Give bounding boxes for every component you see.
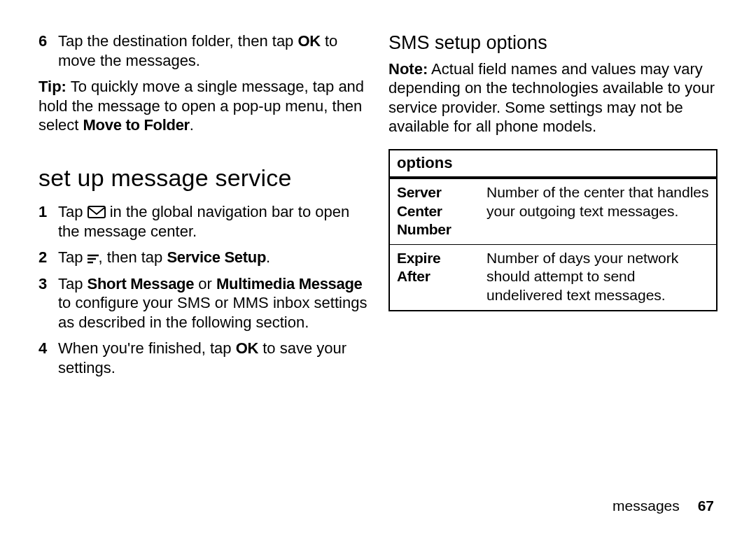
step-3: 3 Tap Short Message or Multimedia Messag… bbox=[38, 274, 368, 332]
option-name: Expire After bbox=[389, 245, 479, 311]
note-paragraph: Note: Actual field names and values may … bbox=[388, 59, 718, 136]
move-to-folder-label: Move to Folder bbox=[83, 116, 190, 134]
svg-rect-0 bbox=[88, 206, 105, 218]
text: When you're finished, tap bbox=[58, 339, 236, 357]
service-setup-label: Service Setup bbox=[167, 248, 266, 266]
note-label: Note: bbox=[388, 60, 428, 78]
page-number: 67 bbox=[698, 498, 714, 514]
table-header: options bbox=[389, 150, 717, 178]
text: Tap bbox=[58, 248, 88, 266]
table-row: Server Center Number Number of the cente… bbox=[389, 178, 717, 244]
text: Tap the destination folder, then tap bbox=[58, 32, 298, 50]
ok-label: OK bbox=[236, 339, 258, 357]
step-2: 2 Tap , then tap Service Setup. bbox=[38, 248, 368, 267]
multimedia-message-label: Multimedia Message bbox=[216, 275, 363, 292]
envelope-icon bbox=[88, 206, 106, 218]
step-1: 1 Tap in the global navigation bar to op… bbox=[38, 202, 368, 241]
left-column: 6 Tap the destination folder, then tap O… bbox=[38, 31, 368, 536]
step-number: 6 bbox=[38, 31, 58, 70]
text: . bbox=[266, 248, 270, 266]
step-4: 4 When you're finished, tap OK to save y… bbox=[38, 339, 368, 377]
step-number: 1 bbox=[38, 202, 58, 241]
text: Tap bbox=[58, 203, 88, 220]
right-column: SMS setup options Note: Actual field nam… bbox=[388, 31, 718, 536]
step-6: 6 Tap the destination folder, then tap O… bbox=[38, 31, 368, 70]
menu-icon bbox=[88, 254, 99, 264]
text: or bbox=[194, 275, 216, 292]
text: . bbox=[190, 116, 194, 134]
short-message-label: Short Message bbox=[88, 275, 195, 292]
manual-page: 6 Tap the destination folder, then tap O… bbox=[0, 0, 756, 536]
step-number: 2 bbox=[38, 248, 58, 267]
option-name: Server Center Number bbox=[389, 178, 479, 244]
step-number: 3 bbox=[38, 274, 58, 332]
step-text: Tap Short Message or Multimedia Message … bbox=[58, 274, 368, 332]
note-body: Actual field names and values may vary d… bbox=[388, 60, 715, 136]
options-table: options Server Center Number Number of t… bbox=[388, 149, 718, 311]
text: Tap bbox=[58, 275, 88, 292]
table-row: Expire After Number of days your network… bbox=[389, 245, 717, 311]
page-footer: messages 67 bbox=[612, 497, 714, 515]
option-desc: Number of the center that handles your o… bbox=[479, 178, 717, 244]
step-text: When you're finished, tap OK to save you… bbox=[58, 339, 368, 377]
text: to configure your SMS or MMS inbox setti… bbox=[58, 294, 367, 331]
section-heading: set up message service bbox=[38, 163, 368, 193]
subsection-heading: SMS setup options bbox=[388, 31, 718, 55]
step-text: Tap the destination folder, then tap OK … bbox=[58, 31, 368, 70]
step-text: Tap , then tap Service Setup. bbox=[58, 248, 368, 267]
tip-paragraph: Tip: To quickly move a single message, t… bbox=[38, 77, 368, 135]
ok-label: OK bbox=[298, 32, 320, 50]
option-desc: Number of days your network should attem… bbox=[479, 245, 717, 311]
text: , then tap bbox=[99, 248, 167, 266]
footer-section: messages bbox=[612, 498, 680, 514]
step-text: Tap in the global navigation bar to open… bbox=[58, 202, 368, 241]
tip-label: Tip: bbox=[38, 78, 66, 95]
step-number: 4 bbox=[38, 339, 58, 377]
